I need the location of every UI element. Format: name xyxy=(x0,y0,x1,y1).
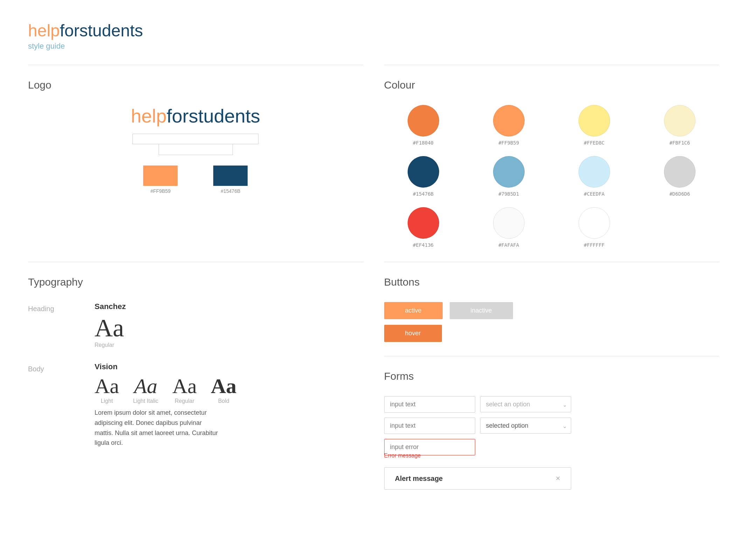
heading-weight: Regular xyxy=(95,342,363,348)
colour-item-ffffff: #FFFFFF xyxy=(555,207,634,248)
logo-swatch-label-blue: #15476B xyxy=(221,188,240,194)
variant-light-sample: Aa xyxy=(95,376,119,397)
colour-circle-ffed8c xyxy=(579,105,610,136)
variant-regular: Aa Regular xyxy=(172,376,197,404)
colour-label-d6d6d6: #D6D6D6 xyxy=(669,191,690,197)
colour-circle-fbf1c6 xyxy=(664,105,696,136)
typography-section: Typography Heading Sanchez Aa Regular Bo… xyxy=(28,262,363,504)
colour-circle-f18040 xyxy=(408,105,439,136)
colour-label-ceedfa: #CEEDFA xyxy=(584,191,604,197)
colour-section: Colour #F18040 #FF9B59 #FFED8C #FBF1 xyxy=(384,65,719,262)
colour-label-15476b: #15476B xyxy=(413,191,434,197)
variant-regular-sample: Aa xyxy=(172,376,197,397)
form-row-3: Error message xyxy=(384,439,719,459)
colour-circle-d6d6d6 xyxy=(664,156,696,188)
select-2[interactable]: selected option xyxy=(480,418,571,434)
select-wrapper-2: selected option ⌄ xyxy=(480,418,571,434)
colour-item-f18040: #F18040 xyxy=(384,105,463,146)
colour-section-title: Colour xyxy=(384,79,719,91)
alert-close-button[interactable]: × xyxy=(556,474,560,483)
heading-font-name: Sanchez xyxy=(95,302,363,311)
site-header: helpforstudents style guide xyxy=(28,21,719,51)
alert-text: Alert message xyxy=(395,475,443,483)
logo-swatch-box-orange xyxy=(143,165,178,186)
error-message: Error message xyxy=(384,453,475,459)
variant-light-italic-label: Light Italic xyxy=(133,398,158,404)
variant-light-label: Light xyxy=(101,398,113,404)
colour-label-79b5d1: #79B5D1 xyxy=(498,191,519,197)
colour-item-fafafa: #FAFAFA xyxy=(470,207,548,248)
site-subtitle: style guide xyxy=(28,42,719,51)
variant-bold: Aa Bold xyxy=(211,376,236,404)
logo-section-title: Logo xyxy=(28,79,363,91)
form-row-1: select an option ⌄ xyxy=(384,396,719,413)
forms-section-title: Forms xyxy=(384,370,719,382)
input-text-1[interactable] xyxy=(384,396,475,413)
form-row-2: selected option ⌄ xyxy=(384,418,719,434)
variant-light-italic: Aa Light Italic xyxy=(133,376,158,404)
logo-section: Logo helpforstudents #FF9B59 xyxy=(28,65,363,262)
colour-item-ceedfa: #CEEDFA xyxy=(555,156,634,197)
colour-circle-ff9b59 xyxy=(493,105,525,136)
colour-circle-15476b xyxy=(408,156,439,188)
colour-item-15476b: #15476B xyxy=(384,156,463,197)
colour-circle-79b5d1 xyxy=(493,156,525,188)
colour-label-ffffff: #FFFFFF xyxy=(584,242,604,248)
colour-item-ffed8c: #FFED8C xyxy=(555,105,634,146)
heading-row: Heading Sanchez Aa Regular xyxy=(28,302,363,348)
body-row: Body Vision Aa Light Aa Light Italic xyxy=(28,362,363,448)
logo-connector xyxy=(132,144,258,155)
title-rest: forstudents xyxy=(60,21,143,40)
alert-box: Alert message × xyxy=(384,467,571,490)
logo-swatch-label-orange: #FF9B59 xyxy=(150,188,171,194)
colour-item-79b5d1: #79B5D1 xyxy=(470,156,548,197)
colour-label-f18040: #F18040 xyxy=(413,140,434,146)
colour-label-fafafa: #FAFAFA xyxy=(498,242,519,248)
logo-box-row xyxy=(132,134,258,144)
typo-variants: Aa Light Aa Light Italic Aa Regular Aa xyxy=(95,376,363,404)
logo-display: helpforstudents #FF9B59 #15476B xyxy=(28,105,363,194)
logo-swatches: #FF9B59 #15476B xyxy=(143,165,248,194)
main-grid: Logo helpforstudents #FF9B59 xyxy=(28,65,719,504)
select-wrapper-1: select an option ⌄ xyxy=(480,396,571,413)
buttons-row-1: active inactive xyxy=(384,302,513,319)
colour-item-ff9b59: #FF9B59 xyxy=(470,105,548,146)
logo-help: help xyxy=(131,105,167,126)
colour-circle-ef4136 xyxy=(408,207,439,239)
buttons-section: Buttons active inactive hover xyxy=(384,262,719,356)
heading-sample: Aa xyxy=(95,315,363,341)
forms-section: Forms select an option ⌄ xyxy=(384,356,719,504)
btn-hover[interactable]: hover xyxy=(384,325,442,342)
body-font-name: Vision xyxy=(95,362,363,371)
select-1[interactable]: select an option xyxy=(480,396,571,412)
colour-item-d6d6d6: #D6D6D6 xyxy=(641,156,719,197)
logo-swatch-orange: #FF9B59 xyxy=(143,165,178,194)
body-text: Lorem ipsum dolor sit amet, consectetur … xyxy=(95,408,221,448)
variant-bold-label: Bold xyxy=(218,398,229,404)
heading-label: Heading xyxy=(28,302,84,348)
buttons-row-2: hover xyxy=(384,325,442,342)
error-input-group: Error message xyxy=(384,439,475,459)
colour-circle-ffffff xyxy=(579,207,610,239)
site-title: helpforstudents xyxy=(28,21,719,40)
title-help: help xyxy=(28,21,60,40)
btn-active[interactable]: active xyxy=(384,302,443,319)
buttons-section-title: Buttons xyxy=(384,276,719,288)
colour-label-ffed8c: #FFED8C xyxy=(584,140,604,146)
colour-item-ef4136: #EF4136 xyxy=(384,207,463,248)
forms-display: select an option ⌄ selected option ⌄ xyxy=(384,396,719,490)
page: helpforstudents style guide Logo helpfor… xyxy=(0,0,747,525)
body-label: Body xyxy=(28,362,84,448)
body-content: Vision Aa Light Aa Light Italic Aa Regul xyxy=(95,362,363,448)
logo-swatch-box-blue xyxy=(213,165,248,186)
logo-swatch-blue: #15476B xyxy=(213,165,248,194)
colour-circle-fafafa xyxy=(493,207,525,239)
variant-regular-label: Regular xyxy=(175,398,194,404)
heading-content: Sanchez Aa Regular xyxy=(95,302,363,348)
input-text-2[interactable] xyxy=(384,418,475,434)
logo-diagram: #FF9B59 #15476B xyxy=(122,134,269,194)
btn-inactive[interactable]: inactive xyxy=(450,302,513,319)
variant-bold-sample: Aa xyxy=(211,376,236,397)
colour-label-ef4136: #EF4136 xyxy=(413,242,434,248)
right-column: Buttons active inactive hover Forms xyxy=(384,262,719,504)
